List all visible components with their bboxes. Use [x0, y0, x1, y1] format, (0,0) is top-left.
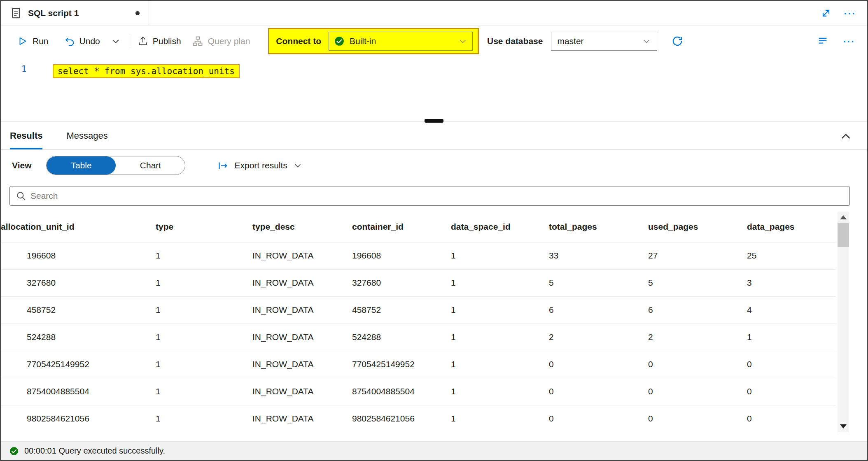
search-input[interactable] [30, 191, 844, 201]
grid-cell[interactable]: 196608 [1, 242, 156, 269]
settings-list-button[interactable] [817, 35, 828, 47]
grid-cell[interactable]: IN_ROW_DATA [252, 324, 352, 351]
toggle-chart[interactable]: Chart [116, 156, 185, 175]
grid-cell[interactable]: IN_ROW_DATA [252, 351, 352, 378]
database-dropdown[interactable]: master [551, 32, 657, 51]
grid-cell[interactable]: IN_ROW_DATA [252, 242, 352, 269]
grid-cell[interactable]: 4 [747, 296, 836, 324]
table-row[interactable]: 327680 1 IN_ROW_DATA 327680 1 5 5 3 [1, 269, 836, 296]
grid-cell[interactable]: 9802584621056 [1, 405, 156, 432]
grid-cell[interactable]: IN_ROW_DATA [252, 378, 352, 405]
column-header[interactable]: type_desc [252, 212, 352, 242]
grid-cell[interactable]: 3 [747, 269, 836, 296]
vertical-scrollbar[interactable] [838, 212, 849, 432]
export-label: Export results [234, 161, 287, 170]
grid-cell[interactable]: 0 [648, 378, 747, 405]
grid-cell[interactable]: 1 [156, 296, 252, 324]
table-row[interactable]: 196608 1 IN_ROW_DATA 196608 1 33 27 25 [1, 242, 836, 269]
collapse-panel-button[interactable] [839, 123, 852, 149]
column-header[interactable]: data_space_id [451, 212, 549, 242]
scroll-up-button[interactable] [838, 212, 849, 223]
column-header[interactable]: used_pages [648, 212, 747, 242]
table-row[interactable]: 458752 1 IN_ROW_DATA 458752 1 6 6 4 [1, 296, 836, 324]
grid-cell[interactable]: 1 [451, 296, 549, 324]
grid-cell[interactable]: 1 [156, 405, 252, 432]
grid-cell[interactable]: 8754004885504 [1, 378, 156, 405]
grid-cell[interactable]: 327680 [1, 269, 156, 296]
grid-cell[interactable]: 5 [648, 269, 747, 296]
grid-cell[interactable]: 0 [747, 378, 836, 405]
grid-cell[interactable]: IN_ROW_DATA [252, 269, 352, 296]
grid-cell[interactable]: 1 [451, 405, 549, 432]
grid-cell[interactable]: 1 [156, 242, 252, 269]
grid-cell[interactable]: 0 [747, 405, 836, 432]
grid-cell[interactable]: 7705425149952 [1, 351, 156, 378]
grid-cell[interactable]: 8754004885504 [352, 378, 451, 405]
undo-button[interactable]: Undo [64, 36, 100, 47]
grid-cell[interactable]: 1 [451, 378, 549, 405]
grid-cell[interactable]: 458752 [1, 296, 156, 324]
grid-cell[interactable]: 6 [648, 296, 747, 324]
grid-cell[interactable]: 0 [648, 351, 747, 378]
toolbar-more-options-icon[interactable]: ⋯ [842, 35, 855, 47]
toggle-table[interactable]: Table [47, 156, 116, 175]
table-row[interactable]: 524288 1 IN_ROW_DATA 524288 1 2 2 1 [1, 324, 836, 351]
grid-cell[interactable]: 1 [451, 351, 549, 378]
grid-cell[interactable]: IN_ROW_DATA [252, 296, 352, 324]
tab-messages[interactable]: Messages [66, 123, 107, 149]
toolbar-dropdown-button[interactable] [111, 36, 121, 46]
table-row[interactable]: 7705425149952 1 IN_ROW_DATA 770542514995… [1, 351, 836, 378]
grid-cell[interactable]: 1 [156, 269, 252, 296]
grid-cell[interactable]: 25 [747, 242, 836, 269]
grid-cell[interactable]: 5 [549, 269, 648, 296]
grid-cell[interactable]: 458752 [352, 296, 451, 324]
run-button[interactable]: Run [17, 36, 49, 47]
settings-list-icon [817, 35, 828, 47]
tab-results[interactable]: Results [10, 123, 42, 149]
grid-cell[interactable]: 1 [747, 324, 836, 351]
column-header[interactable]: container_id [352, 212, 451, 242]
grid-cell[interactable]: 9802584621056 [352, 405, 451, 432]
export-results-button[interactable]: Export results [217, 160, 302, 171]
grid-cell[interactable]: 1 [156, 324, 252, 351]
grid-cell[interactable]: 524288 [352, 324, 451, 351]
grid-cell[interactable]: 1 [451, 324, 549, 351]
grid-cell[interactable]: 327680 [352, 269, 451, 296]
publish-button[interactable]: Publish [138, 36, 181, 47]
grid-cell[interactable]: 0 [549, 378, 648, 405]
grid-cell[interactable]: 0 [747, 351, 836, 378]
more-options-icon[interactable]: ⋯ [843, 7, 856, 19]
grid-cell[interactable]: 7705425149952 [352, 351, 451, 378]
grid-cell[interactable]: 0 [648, 405, 747, 432]
grid-cell[interactable]: 1 [451, 269, 549, 296]
expand-icon[interactable] [820, 7, 832, 19]
grid-cell[interactable]: 524288 [1, 324, 156, 351]
grid-cell[interactable]: 196608 [352, 242, 451, 269]
column-header[interactable]: data_pages [747, 212, 836, 242]
column-header[interactable]: total_pages [549, 212, 648, 242]
refresh-button[interactable] [671, 35, 684, 47]
grid-cell[interactable]: 33 [549, 242, 648, 269]
table-row[interactable]: 8754004885504 1 IN_ROW_DATA 875400488550… [1, 378, 836, 405]
query-plan-button[interactable]: Query plan [192, 35, 250, 47]
table-row[interactable]: 9802584621056 1 IN_ROW_DATA 980258462105… [1, 405, 836, 432]
grid-cell[interactable]: 2 [648, 324, 747, 351]
tab-sql-script[interactable]: SQL script 1 [1, 1, 149, 25]
column-header[interactable]: allocation_unit_id [1, 212, 156, 242]
sql-editor[interactable]: 1 select * from sys.allocation_units [1, 57, 867, 119]
grid-cell[interactable]: 1 [451, 242, 549, 269]
grid-cell[interactable]: 6 [549, 296, 648, 324]
sql-code-highlighted[interactable]: select * from sys.allocation_units [53, 64, 240, 78]
grid-cell[interactable]: 27 [648, 242, 747, 269]
scroll-thumb[interactable] [838, 223, 849, 247]
column-header[interactable]: type [156, 212, 252, 242]
grid-cell[interactable]: 1 [156, 351, 252, 378]
splitter-handle[interactable] [425, 119, 443, 123]
grid-cell[interactable]: 1 [156, 378, 252, 405]
grid-cell[interactable]: IN_ROW_DATA [252, 405, 352, 432]
grid-cell[interactable]: 0 [549, 351, 648, 378]
scroll-down-button[interactable] [838, 421, 849, 432]
connection-dropdown[interactable]: Built-in [329, 32, 473, 51]
grid-cell[interactable]: 2 [549, 324, 648, 351]
grid-cell[interactable]: 0 [549, 405, 648, 432]
